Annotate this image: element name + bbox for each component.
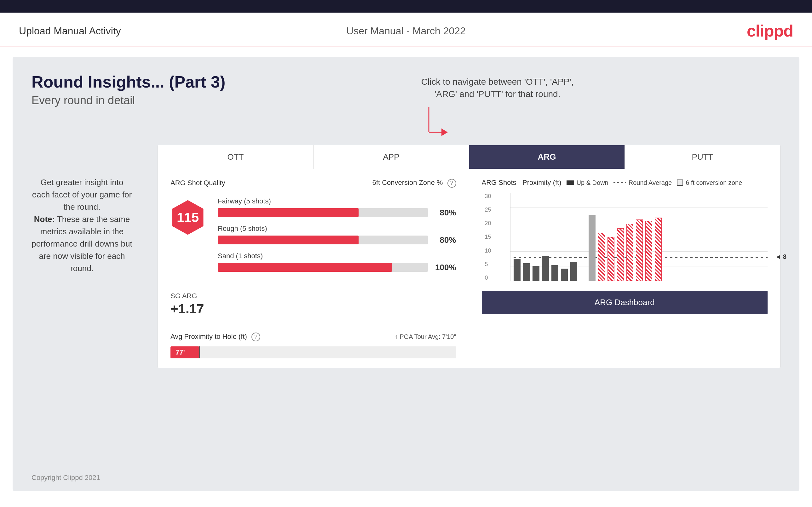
desc-note: Note: xyxy=(34,215,55,224)
legend-box-up-down xyxy=(566,180,574,185)
proximity-cursor xyxy=(199,346,200,358)
bar-rough-value: 80% xyxy=(434,235,456,245)
chart-title: ARG Shots - Proximity (ft) xyxy=(482,178,561,187)
chart-bar-tall xyxy=(589,215,596,281)
nav-hint-line1: Click to navigate between 'OTT', 'APP', xyxy=(421,77,574,87)
chart-bar-1 xyxy=(514,259,520,281)
center-label: User Manual - March 2022 xyxy=(346,25,466,37)
main-content: Round Insights... (Part 3) Every round i… xyxy=(13,57,799,491)
chart-bar-h1 xyxy=(598,233,605,281)
legend-up-down-label: Up & Down xyxy=(577,179,608,186)
bar-sand-track xyxy=(218,263,428,272)
bar-fairway: Fairway (5 shots) 80% xyxy=(218,197,456,218)
chart-y-labels: 30 25 20 15 10 5 0 xyxy=(485,193,491,281)
proximity-label: Avg Proximity to Hole (ft) ? xyxy=(170,333,260,342)
bars-container: Fairway (5 shots) 80% Rough (5 shots) xyxy=(218,197,456,279)
hexagon: 115 xyxy=(170,200,205,235)
bar-fairway-row: 80% xyxy=(218,208,456,218)
upload-label: Upload Manual Activity xyxy=(19,25,121,37)
bar-sand: Sand (1 shots) 100% xyxy=(218,252,456,272)
logo: clippd xyxy=(747,21,793,40)
legend-conversion-zone: 6 ft conversion zone xyxy=(677,179,742,186)
help-icon[interactable]: ? xyxy=(447,179,456,188)
bar-rough-label: Rough (5 shots) xyxy=(218,225,456,233)
desc-line1: Get greater insight into each facet of y… xyxy=(32,178,132,212)
top-bar xyxy=(0,0,812,13)
copyright: Copyright Clippd 2021 xyxy=(32,473,100,482)
bar-sand-label: Sand (1 shots) xyxy=(218,252,456,260)
chart-bar-6 xyxy=(561,269,568,281)
reference-label: ◄ 8 xyxy=(775,253,786,261)
bar-rough-row: 80% xyxy=(218,235,456,245)
chart-bar-7 xyxy=(570,262,577,281)
chart-bar-2 xyxy=(523,263,530,281)
chart-area: ◄ 8 xyxy=(510,193,768,281)
bar-rough: Rough (5 shots) 80% xyxy=(218,225,456,245)
chart-bar-4 xyxy=(542,256,549,281)
tabs: OTT APP ARG PUTT xyxy=(158,145,780,169)
chart-bar-5 xyxy=(551,265,558,281)
legend-up-down: Up & Down xyxy=(566,179,608,186)
proximity-bar-fill: 77' xyxy=(170,346,199,358)
chart-wrapper: 30 25 20 15 10 5 0 xyxy=(498,193,768,281)
bar-sand-fill xyxy=(218,263,392,272)
chart-bars xyxy=(510,193,768,281)
conversion-zone-label: 6ft Conversion Zone % ? xyxy=(372,178,456,188)
legend-round-avg: Round Average xyxy=(613,179,672,186)
right-section: ARG Shots - Proximity (ft) Up & Down Rou… xyxy=(469,169,780,368)
header: Upload Manual Activity User Manual - Mar… xyxy=(0,13,812,47)
bar-fairway-label: Fairway (5 shots) xyxy=(218,197,456,205)
legend-conversion-zone-label: 6 ft conversion zone xyxy=(686,179,742,186)
sg-value: +1.17 xyxy=(170,301,456,317)
chart-bar-3 xyxy=(532,266,540,281)
section-header: ARG Shot Quality 6ft Conversion Zone % ? xyxy=(170,178,456,188)
hex-container: 115 Fairway (5 shots) 80% xyxy=(170,197,456,279)
bar-sand-value: 100% xyxy=(434,263,456,272)
chart-bar-h3 xyxy=(617,228,624,281)
proximity-bar-track: 77' xyxy=(170,346,456,358)
proximity-header: Avg Proximity to Hole (ft) ? ↑ PGA Tour … xyxy=(170,333,456,342)
proximity-section: Avg Proximity to Hole (ft) ? ↑ PGA Tour … xyxy=(170,326,456,359)
shot-quality-label: ARG Shot Quality xyxy=(170,179,225,187)
svg-marker-2 xyxy=(442,128,448,136)
legend-round-avg-label: Round Average xyxy=(628,179,672,186)
panel-content: ARG Shot Quality 6ft Conversion Zone % ?… xyxy=(158,169,780,368)
tab-ott[interactable]: OTT xyxy=(158,145,313,169)
page-title: Round Insights... (Part 3) xyxy=(32,72,780,91)
bar-rough-track xyxy=(218,235,428,244)
bar-rough-fill xyxy=(218,235,359,244)
chart-header: ARG Shots - Proximity (ft) Up & Down Rou… xyxy=(482,178,768,187)
arg-dashboard-button[interactable]: ARG Dashboard xyxy=(482,291,768,314)
proximity-help-icon[interactable]: ? xyxy=(251,333,260,341)
chart-bar-h5 xyxy=(636,220,643,281)
left-description: Get greater insight into each facet of y… xyxy=(32,176,132,275)
dashboard-panel: OTT APP ARG PUTT ARG Shot Quality 6ft Co… xyxy=(158,145,780,368)
legend-checkbox xyxy=(677,179,683,186)
tab-arg[interactable]: ARG xyxy=(469,145,625,169)
sg-section: SG ARG +1.17 xyxy=(170,292,456,317)
arrow-container xyxy=(422,107,448,146)
bar-fairway-track xyxy=(218,208,428,217)
bar-fairway-fill xyxy=(218,208,359,217)
hexagon-value: 115 xyxy=(170,200,205,235)
chart-bar-h2 xyxy=(608,237,614,281)
nav-hint-line2: 'ARG' and 'PUTT' for that round. xyxy=(435,89,561,99)
nav-hint: Click to navigate between 'OTT', 'APP', … xyxy=(421,75,574,100)
chart-bar-h7 xyxy=(655,218,662,281)
footer: Copyright Clippd 2021 xyxy=(32,473,100,482)
sg-label: SG ARG xyxy=(170,292,456,300)
tab-app[interactable]: APP xyxy=(313,145,469,169)
tab-putt[interactable]: PUTT xyxy=(625,145,780,169)
page-subtitle: Every round in detail xyxy=(32,94,780,107)
legend-dashed-line xyxy=(613,182,626,183)
chart-bar-h4 xyxy=(626,224,633,281)
pga-avg: ↑ PGA Tour Avg: 7'10" xyxy=(395,333,456,340)
bar-fairway-value: 80% xyxy=(434,208,456,218)
bar-sand-row: 100% xyxy=(218,263,456,272)
chart-bar-h6 xyxy=(645,221,652,281)
left-section: ARG Shot Quality 6ft Conversion Zone % ?… xyxy=(158,169,469,368)
